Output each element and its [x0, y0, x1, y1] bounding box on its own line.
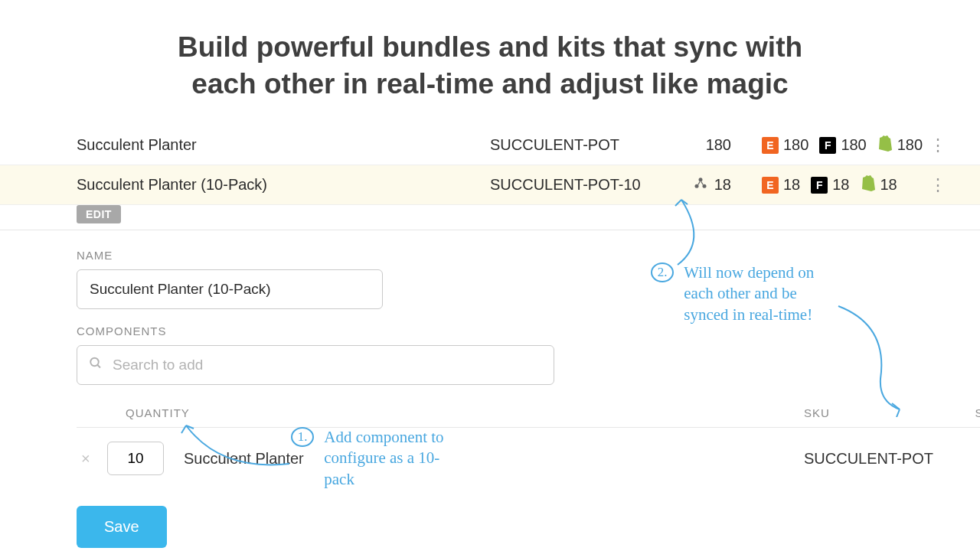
faire-icon: F	[811, 177, 828, 194]
product-row[interactable]: Succulent Planter SUCCULENT-POT 180 E180…	[77, 126, 961, 165]
channel-list: E18 F18 18	[731, 174, 923, 195]
product-sku: SUCCULENT-POT-10	[490, 176, 655, 194]
shopify-icon	[877, 135, 893, 155]
annotation-1: 1. Add component to configure as a 10-pa…	[291, 427, 469, 490]
etsy-icon: E	[762, 137, 779, 154]
name-input[interactable]	[77, 269, 383, 309]
product-row-selected[interactable]: Succulent Planter (10-Pack) SUCCULENT-PO…	[0, 165, 980, 205]
name-label: NAME	[77, 249, 980, 262]
product-name: Succulent Planter (10-Pack)	[77, 176, 490, 194]
svg-point-2	[698, 178, 702, 182]
components-label: COMPONENTS	[77, 324, 980, 337]
component-row: × Succulent Planter SUCCULENT-POT 180	[77, 427, 980, 489]
component-sku: SUCCULENT-POT	[804, 450, 957, 468]
bundle-icon	[693, 175, 708, 194]
component-name: Succulent Planter	[184, 450, 804, 468]
remove-component-icon[interactable]: ×	[77, 450, 107, 468]
annotation-2: 2. Will now depend on each other and be …	[651, 262, 844, 325]
product-sku: SUCCULENT-POT	[490, 136, 655, 154]
search-icon	[89, 357, 103, 374]
row-menu-icon[interactable]: ⋮	[923, 175, 953, 195]
product-stock: 18	[655, 175, 731, 194]
faire-icon: F	[819, 137, 836, 154]
quantity-input[interactable]	[107, 442, 164, 475]
page-headline: Build powerful bundles and kits that syn…	[0, 0, 980, 126]
svg-point-3	[90, 358, 99, 367]
etsy-icon: E	[762, 177, 779, 194]
product-stock: 180	[655, 136, 731, 154]
save-button[interactable]: Save	[77, 506, 167, 548]
shopify-icon	[861, 174, 876, 195]
component-stock: 180	[957, 450, 980, 468]
edit-badge: EDIT	[77, 205, 121, 223]
channel-list: E180 F180 180	[731, 135, 923, 155]
row-menu-icon[interactable]: ⋮	[923, 135, 953, 155]
component-search-input[interactable]	[77, 345, 554, 385]
component-table-header: QUANTITY SKU STOCK	[77, 406, 980, 427]
svg-line-4	[97, 365, 100, 368]
product-name: Succulent Planter	[77, 136, 490, 154]
